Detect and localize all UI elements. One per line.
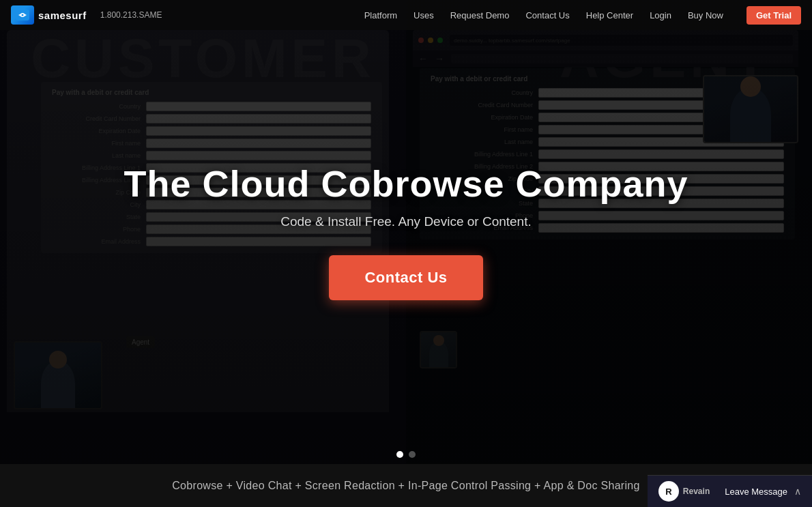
hero-subtitle: Code & Install Free. Any Device or Conte…: [280, 214, 532, 229]
hero-section: The Cloud Cobrowse Company Code & Instal…: [0, 0, 812, 464]
get-trial-button[interactable]: Get Trial: [746, 6, 801, 25]
page-dot-2[interactable]: [409, 451, 416, 458]
hero-cta-button[interactable]: Contact Us: [329, 255, 482, 300]
svg-point-2: [22, 14, 24, 16]
bottom-bar: Cobrowse + Video Chat + Screen Redaction…: [0, 464, 812, 507]
nav-links: Platform Uses Request Demo Contact Us He…: [364, 6, 801, 25]
nav-link-request-demo[interactable]: Request Demo: [450, 10, 510, 20]
navbar: samesurf 1.800.213.SAME Platform Uses Re…: [0, 0, 812, 30]
page-dot-1[interactable]: [396, 451, 403, 458]
pagination: [396, 451, 416, 458]
nav-phone: 1.800.213.SAME: [100, 10, 162, 20]
logo[interactable]: samesurf: [11, 5, 87, 25]
leave-message-bar: R Revain Leave Message ∧: [648, 475, 812, 507]
chevron-up-icon[interactable]: ∧: [794, 486, 801, 497]
logo-text: samesurf: [38, 10, 87, 21]
login-button[interactable]: Login: [650, 10, 671, 20]
bottom-features-text: Cobrowse + Video Chat + Screen Redaction…: [172, 480, 639, 492]
nav-link-help-center[interactable]: Help Center: [586, 10, 633, 20]
hero-title: The Cloud Cobrowse Company: [124, 164, 688, 204]
revain-logo-icon: R: [658, 481, 679, 502]
nav-link-contact-us[interactable]: Contact Us: [525, 10, 569, 20]
revain-label: Revain: [683, 487, 710, 496]
buy-now-button[interactable]: Buy Now: [688, 10, 723, 20]
logo-icon: [11, 5, 34, 25]
nav-link-uses[interactable]: Uses: [414, 10, 434, 20]
nav-link-platform[interactable]: Platform: [364, 10, 397, 20]
leave-message-label[interactable]: Leave Message: [725, 487, 787, 497]
